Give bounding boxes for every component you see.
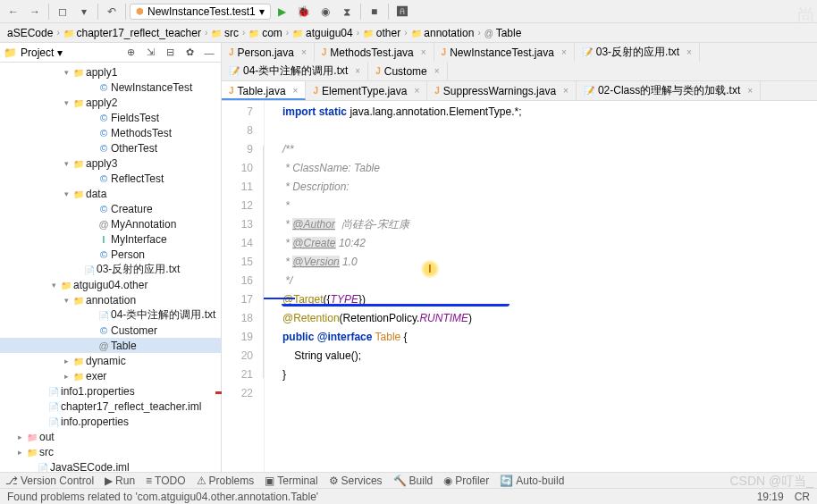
crumb-2[interactable]: src xyxy=(211,27,239,39)
tree-reflecttest[interactable]: ReflectTest xyxy=(0,171,221,186)
code-line[interactable]: * ClassName: Table xyxy=(282,159,817,178)
crumb-4[interactable]: atguigu04 xyxy=(292,27,353,39)
tab-version-control[interactable]: ⎇ Version Control xyxy=(5,475,94,487)
editor-tab[interactable]: SuppressWarnings.java× xyxy=(427,81,577,100)
tree-file-03[interactable]: 03-反射的应用.txt xyxy=(0,262,221,277)
tree-annotation-pkg[interactable]: ▾annotation xyxy=(0,292,221,307)
close-icon[interactable]: × xyxy=(434,66,440,76)
tree-dynamic[interactable]: ▸dynamic xyxy=(0,353,221,368)
collapse-icon[interactable]: ⊟ xyxy=(162,45,178,61)
code-line[interactable]: * @Author 尚硅谷-宋红康 xyxy=(282,215,817,234)
code-line[interactable]: * @Create 10:42 xyxy=(282,234,817,253)
editor-tab[interactable]: 04-类中注解的调用.txt× xyxy=(222,62,368,80)
select-opened-icon[interactable]: ⊕ xyxy=(122,45,139,61)
code-line[interactable]: */ xyxy=(282,272,817,290)
editor-tab[interactable]: 03-反射的应用.txt× xyxy=(575,43,700,62)
stop2-icon[interactable]: ■ xyxy=(365,2,384,21)
editor-tab[interactable]: ElementType.java× xyxy=(306,81,427,100)
tree-apply1[interactable]: ▾apply1 xyxy=(0,64,221,80)
close-icon[interactable]: × xyxy=(301,47,307,57)
crumb-3[interactable]: com xyxy=(248,27,282,39)
tree-apply2[interactable]: ▾apply2 xyxy=(0,95,221,110)
code[interactable]: import static java.lang.annotation.Eleme… xyxy=(265,101,817,472)
crumb-7[interactable]: Table xyxy=(484,27,522,39)
tree-customer[interactable]: Customer xyxy=(0,323,221,338)
crumb-6[interactable]: annotation xyxy=(411,27,475,39)
crumb-5[interactable]: other xyxy=(363,27,400,39)
project-dropdown[interactable]: 📁 Project ▾ xyxy=(4,46,119,59)
code-line[interactable] xyxy=(282,122,817,140)
code-line[interactable]: import static java.lang.annotation.Eleme… xyxy=(282,103,817,122)
coverage-icon[interactable]: ◉ xyxy=(316,2,335,21)
tree-person[interactable]: Person xyxy=(0,247,221,262)
translate-icon[interactable]: 🅰 xyxy=(392,2,412,21)
close-icon[interactable]: × xyxy=(563,86,569,96)
close-icon[interactable]: × xyxy=(747,86,753,96)
code-line[interactable]: /** xyxy=(282,140,817,159)
hide-icon[interactable]: — xyxy=(201,45,217,61)
editor-tab[interactable]: Person.java× xyxy=(222,43,315,62)
project-tree[interactable]: ▾apply1 NewInstanceTest ▾apply2 FieldsTe… xyxy=(0,63,221,472)
tree-exer[interactable]: ▸exer xyxy=(0,368,221,383)
close-icon[interactable]: × xyxy=(421,47,426,57)
close-icon[interactable]: × xyxy=(561,47,567,57)
close-icon[interactable]: × xyxy=(293,86,299,96)
code-area[interactable]: 78910111213141516171819202122 import sta… xyxy=(222,101,817,472)
tree-fieldstest[interactable]: FieldsTest xyxy=(0,110,221,125)
tree-othertest[interactable]: OtherTest xyxy=(0,140,221,155)
tree-out[interactable]: ▸out xyxy=(0,429,221,444)
code-line[interactable]: * @Version 1.0 xyxy=(282,253,817,272)
tree-jseiml[interactable]: JavaSECode.iml xyxy=(0,459,221,472)
tab-todo[interactable]: ≡ TODO xyxy=(146,475,185,487)
tab-autobuild[interactable]: 🔄 Auto-build xyxy=(500,475,564,487)
tree-data[interactable]: ▾data xyxy=(0,186,221,201)
tree-myinterface[interactable]: MyInterface xyxy=(0,231,221,247)
editor-tab[interactable]: Custome× xyxy=(368,62,447,80)
close-icon[interactable]: × xyxy=(414,86,419,96)
code-line[interactable]: * Description: xyxy=(282,178,817,197)
crumb-0[interactable]: aSECode xyxy=(7,27,53,39)
tree-other-pkg[interactable]: ▾atguigu04.other xyxy=(0,277,221,292)
tree-myannotation[interactable]: MyAnnotation xyxy=(0,216,221,231)
editor-tab[interactable]: MethodsTest.java× xyxy=(315,43,434,62)
close-icon[interactable]: × xyxy=(355,66,360,76)
close-icon[interactable]: × xyxy=(686,47,692,57)
stop-icon[interactable]: ◻ xyxy=(53,2,72,21)
editor-tab[interactable]: Table.java× xyxy=(222,81,306,100)
run-icon[interactable]: ▶ xyxy=(273,2,292,21)
code-line[interactable]: * xyxy=(282,197,817,215)
tab-build[interactable]: 🔨 Build xyxy=(393,475,434,487)
tree-table[interactable]: Table xyxy=(0,338,221,353)
editor-tab[interactable]: NewInstanceTest.java× xyxy=(434,43,575,62)
dropdown-icon[interactable]: ▾ xyxy=(74,2,94,21)
tree-methodstest[interactable]: MethodsTest xyxy=(0,125,221,140)
profile-icon[interactable]: ⧗ xyxy=(337,2,357,21)
tab-services[interactable]: ⚙ Services xyxy=(329,475,383,487)
settings-icon[interactable]: ✿ xyxy=(181,45,198,61)
code-line[interactable]: } xyxy=(282,365,817,384)
tree-src[interactable]: ▸src xyxy=(0,444,221,459)
expand-icon[interactable]: ⇲ xyxy=(142,45,158,61)
run-config-selector[interactable]: NewInstanceTest.test1 ▾ xyxy=(130,4,271,20)
line-ending[interactable]: CR xyxy=(795,491,810,503)
editor-tab[interactable]: 02-Class的理解与类的加载.txt× xyxy=(577,81,761,100)
tab-problems[interactable]: ⚠ Problems xyxy=(197,475,255,487)
tree-info[interactable]: info.properties xyxy=(0,414,221,429)
undo-icon[interactable]: ↶ xyxy=(102,2,122,21)
code-line[interactable]: @Retention(RetentionPolicy.RUNTIME) xyxy=(282,309,817,328)
cursor-position[interactable]: 19:19 xyxy=(757,491,784,503)
code-line[interactable]: String value(); xyxy=(282,347,817,365)
tab-terminal[interactable]: ▣ Terminal xyxy=(265,475,317,487)
tree-creature[interactable]: Creature xyxy=(0,201,221,216)
tab-run[interactable]: ▶ Run xyxy=(105,475,135,487)
code-line[interactable] xyxy=(282,384,817,403)
tree-iml[interactable]: chapter17_reflect_teacher.iml xyxy=(0,399,221,414)
back-icon[interactable]: ← xyxy=(4,2,23,21)
crumb-1[interactable]: chapter17_reflect_teacher xyxy=(63,27,201,39)
tab-profiler[interactable]: ◉ Profiler xyxy=(443,475,489,487)
tree-apply3[interactable]: ▾apply3 xyxy=(0,155,221,171)
tree-info1[interactable]: info1.properties xyxy=(0,383,221,399)
debug-icon[interactable]: 🐞 xyxy=(294,2,314,21)
code-line[interactable]: public @interface Table { xyxy=(282,328,817,347)
tree-file-04[interactable]: 04-类中注解的调用.txt xyxy=(0,307,221,323)
